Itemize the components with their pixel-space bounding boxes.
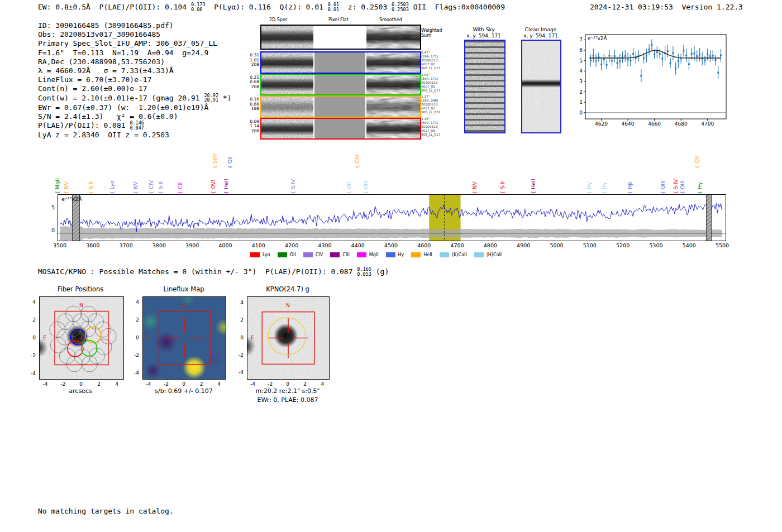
text-segment: Primary Spec_Slot_IFU_AMP: 306_037_057_L… (38, 39, 217, 47)
spec-xtick: 5300 (649, 242, 662, 248)
spec-xtick: 5400 (683, 242, 696, 248)
stacked-fraction: 0.25030.2503 (392, 2, 409, 12)
spec-ytick-5: 5 (47, 204, 55, 210)
fiber-row-right-labels: 1.00"(594, 171)20200513v017_01306_LL_017 (421, 73, 448, 93)
line-label-Hβ: { Hβ (627, 182, 633, 194)
legend-entry-CIII: CIII (330, 252, 350, 257)
spec-xtick: 3800 (152, 242, 166, 248)
text-segment: Obs: 20200513v017_3090166485 (38, 30, 160, 39)
report-version: Version 1.22.3 (681, 3, 743, 11)
spec-xtick: 4700 (451, 242, 464, 248)
text-segment: EWr = 0.67(±0.37) (w: -1.20(±0.01)e19)Å (38, 103, 208, 112)
legend-label: CIV (316, 252, 323, 257)
pixelflat-panel (314, 119, 365, 139)
text-segment: λ = 4660.92Å σ = 7.33(±4.33)Å (38, 66, 174, 75)
info-line: LineFlux = 6.70(±3.70)e-17 (38, 75, 232, 84)
cutout-ytick: -4 (130, 370, 139, 376)
stacked-fraction: 20.9220.91 (204, 93, 218, 103)
line-label-SiIV: { SiIV (673, 179, 679, 194)
with-sky-coords: x, y: 594, 171 (461, 33, 506, 39)
svg-text:4620: 4620 (595, 121, 608, 127)
spec-ytick-0: 0 (47, 227, 55, 233)
report-timestamp: 2024-12-31 03:19:53 (590, 3, 673, 11)
legend-label: CIII (342, 252, 350, 257)
legend-entry-OII: OII (278, 252, 296, 257)
cutout-xtick: -2 (61, 381, 66, 387)
fiber-positions-title: Fiber Positions (38, 285, 123, 293)
line-label-NV: { NV (472, 181, 478, 194)
lineflux-map-image: NE (142, 296, 226, 380)
header-summary-line: EW: 0.8±0.5Å P(LAE)/P(OII): 0.104 0.1730… (38, 3, 505, 12)
line-label-NV: { NV (64, 181, 69, 194)
cutout-ytick: 2 (27, 317, 36, 323)
line-label-OIII: { OIII (363, 180, 369, 194)
fiber-positions-image: NE (39, 296, 124, 380)
spec-xtick: 4200 (285, 242, 298, 248)
smoothed-panel (366, 119, 420, 139)
spec-xtick: 4900 (517, 242, 530, 248)
cutout-ytick: -2 (235, 352, 244, 358)
compass-north-label: N (182, 303, 186, 308)
compass-north-label: N (286, 303, 290, 308)
cutout-xtick: 4 (115, 381, 118, 387)
cutout-xtick: -2 (164, 381, 169, 387)
2dspec-panel (261, 75, 313, 95)
2dspec-fiber-row (260, 74, 421, 96)
info-line: Cont(n) = 2.60(±0.00)e-17 (38, 84, 232, 93)
line-label-OII: { OII (227, 156, 233, 169)
clean-image-coords: x, y: 594, 171 (518, 33, 563, 39)
line-label-MgII: { MgII (55, 178, 60, 194)
legend-swatch (278, 252, 287, 257)
footer-line-1: No matching targets in catalog. (38, 507, 174, 516)
cutout-ytick: 2 (130, 317, 139, 323)
svg-text:4680: 4680 (675, 121, 688, 127)
line-label-HeII: { HeII (223, 179, 229, 194)
line-label-OIII: { OIII (680, 180, 685, 194)
smoothed-panel (366, 52, 420, 73)
cutout-overlay (247, 297, 329, 379)
text-segment: F=1.6" T=0.113 N=1.19 A=0.94 g=24.9 (38, 49, 208, 57)
info-line: Primary Spec_Slot_IFU_AMP: 306_037_057_L… (38, 39, 232, 48)
smoothed-panel (366, 26, 420, 49)
kpno-image: NE (247, 296, 330, 380)
detection-info-block: ID: 3090166485 (3090166485.pdf)Obs: 2020… (38, 21, 232, 140)
spec-xtick: 3700 (120, 242, 133, 248)
spectral-line-labels: { MgII{ NV{ SiII{ Lyα{ NV{ CIV{ SiII{ CI… (58, 143, 726, 194)
legend-swatch (440, 252, 449, 257)
cutout-xtick: 2 (200, 381, 203, 387)
kpno-xlabel: m:20.2 re:2.1" s:0.5" (239, 387, 336, 395)
spec-xtick: 3600 (86, 242, 99, 248)
smoothed-panel (366, 97, 420, 117)
text-segment: LyA z = 2.8340 OII z = 0.2503 (38, 131, 169, 139)
cutout-xtick: 0 (79, 381, 83, 387)
legend-label: HeII (423, 252, 432, 257)
2dspec-panel (261, 97, 313, 117)
cutout-ytick: -2 (27, 353, 36, 358)
2dspec-panel (261, 52, 313, 73)
smoothed-panel (366, 75, 420, 95)
legend-label: Lyα (263, 252, 270, 257)
fiber-row-right-labels: 1.45"(594, 171)20200513v017_03306_LL_017 (421, 117, 448, 137)
line-label-OII: { OII (346, 182, 352, 194)
legend-entry-MgII: MgII (357, 252, 379, 257)
line-label-Hγ: { Hγ (586, 182, 592, 194)
text-segment: Cont(w) = 2.10(±0.01)e-17 (gmag 20.91 (38, 94, 204, 102)
legend-swatch (474, 252, 484, 257)
2dspec-fiber-row (260, 118, 421, 140)
line-label-Lyα: { Lyα (109, 180, 115, 194)
pixelflat-panel (314, 26, 365, 49)
line-zoom-plot: 0123456746204640466046804700e⁻¹⁷x2Å (575, 31, 737, 131)
cutout-ytick: 0 (130, 335, 139, 341)
svg-text:3: 3 (579, 79, 583, 84)
pixelflat-panel (314, 97, 365, 117)
clean-image-title: Clean Image (518, 27, 563, 32)
info-line: P(LAE)/P(OII): 0.081 0.1460.047 (38, 121, 232, 131)
cutout-xtick: -4 (250, 381, 255, 387)
cutout-xtick: -2 (268, 381, 273, 387)
legend-swatch (386, 252, 395, 257)
spec-xtick: 4400 (351, 242, 365, 248)
text-segment: EW: 0.8±0.5Å P(LAE)/P(OII): 0.104 (38, 3, 191, 11)
legend-label: MgII (369, 252, 379, 257)
line-label-Hγ: { Hγ (602, 182, 607, 194)
fiber-row-right-labels: 0.47"(594, 171)20200513v017_02306_LL_017 (421, 51, 448, 70)
